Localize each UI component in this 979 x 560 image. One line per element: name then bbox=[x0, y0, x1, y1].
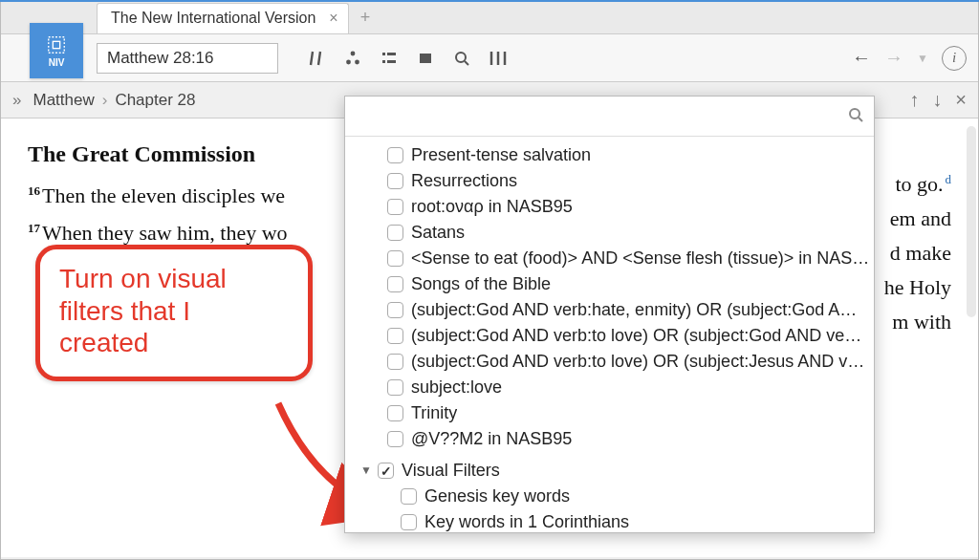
panel-list[interactable]: Present-tense salvationResurrectionsroot… bbox=[345, 137, 874, 532]
checkbox[interactable] bbox=[387, 276, 403, 292]
filter-item[interactable]: Trinity bbox=[355, 400, 870, 426]
toolbar-right: ← → ▼ i bbox=[852, 46, 967, 71]
filter-item[interactable]: Songs of the Bible bbox=[355, 271, 870, 297]
callout-line: created bbox=[59, 327, 289, 359]
text-fragment: he Holy bbox=[884, 275, 951, 300]
filter-item[interactable]: Satans bbox=[355, 220, 870, 246]
svg-rect-9 bbox=[420, 54, 431, 63]
filter-item[interactable]: subject:love bbox=[355, 375, 870, 400]
close-icon[interactable]: × bbox=[329, 10, 337, 27]
book-badge[interactable]: NIV bbox=[30, 23, 83, 78]
filter-label: Songs of the Bible bbox=[411, 274, 551, 294]
filter-item[interactable]: Present-tense salvation bbox=[355, 142, 870, 168]
search-icon[interactable] bbox=[847, 106, 864, 127]
columns-icon[interactable] bbox=[489, 49, 508, 68]
badge-abbr: NIV bbox=[49, 57, 65, 68]
svg-line-11 bbox=[465, 61, 468, 65]
filter-label: Key words in 1 Corinthians bbox=[424, 512, 629, 532]
scrollbar[interactable] bbox=[967, 126, 976, 317]
checkbox[interactable] bbox=[387, 431, 403, 447]
checkbox[interactable] bbox=[387, 405, 403, 421]
app-window: { "badge": { "abbr": "NIV" }, "tab": { "… bbox=[0, 2, 979, 560]
toolbar: ← → ▼ i bbox=[1, 34, 978, 82]
checkbox[interactable] bbox=[401, 488, 417, 505]
checkbox[interactable] bbox=[387, 199, 403, 215]
footnote-link[interactable]: d bbox=[946, 172, 952, 186]
checkbox[interactable] bbox=[387, 173, 403, 189]
chevron-right-icon: › bbox=[102, 91, 108, 110]
filter-item[interactable]: Key words in 1 Corinthians bbox=[355, 509, 870, 532]
text-fragment: d make bbox=[890, 241, 951, 266]
filter-label: (subject:God AND verb:to love) OR (subje… bbox=[411, 352, 864, 372]
reference-input[interactable] bbox=[97, 43, 278, 74]
filter-item[interactable]: Resurrections bbox=[355, 168, 870, 194]
checkbox[interactable] bbox=[387, 250, 403, 267]
annotation-callout: Turn on visual filters that I created bbox=[35, 245, 313, 381]
checkbox[interactable] bbox=[401, 514, 417, 530]
up-arrow-icon[interactable]: ↑ bbox=[909, 89, 919, 111]
filter-group-visual-filters[interactable]: ▼Visual Filters bbox=[355, 458, 870, 484]
filter-label: Genesis key words bbox=[424, 486, 570, 506]
tab-niv[interactable]: The New International Version × bbox=[97, 3, 349, 33]
filter-item[interactable]: (subject:God AND verb:to love) OR (subje… bbox=[355, 323, 870, 349]
breadcrumb-chapter[interactable]: Chapter 28 bbox=[115, 91, 195, 110]
verse-number: 16 bbox=[28, 183, 40, 198]
svg-point-10 bbox=[456, 53, 466, 62]
filter-label: subject:love bbox=[411, 377, 502, 398]
checkbox[interactable] bbox=[387, 302, 403, 318]
filter-label: Present-tense salvation bbox=[411, 145, 591, 165]
down-arrow-icon[interactable]: ↓ bbox=[932, 89, 942, 111]
add-tab-button[interactable]: + bbox=[360, 8, 371, 28]
list-icon[interactable] bbox=[380, 49, 399, 68]
svg-point-4 bbox=[355, 59, 359, 64]
filter-label: @V??M2 in NASB95 bbox=[411, 429, 572, 449]
filter-item[interactable]: (subject:God AND verb:hate, enmity) OR (… bbox=[355, 297, 870, 323]
filter-label: root:οναρ in NASB95 bbox=[411, 197, 573, 217]
dots-icon[interactable] bbox=[343, 49, 362, 68]
filter-group-label: Visual Filters bbox=[402, 461, 500, 481]
book-icon bbox=[46, 34, 67, 55]
checkbox[interactable] bbox=[387, 354, 403, 370]
parallel-icon[interactable] bbox=[307, 49, 326, 68]
close-icon[interactable]: × bbox=[955, 89, 967, 111]
checkbox[interactable] bbox=[387, 147, 403, 163]
history-chevron-icon[interactable]: ▼ bbox=[917, 52, 928, 65]
reading-icon[interactable] bbox=[416, 49, 435, 68]
panel-search-input[interactable] bbox=[355, 97, 847, 136]
filter-label: Satans bbox=[411, 223, 465, 243]
forward-arrow-icon[interactable]: → bbox=[884, 47, 903, 69]
panel-search-row bbox=[345, 97, 874, 137]
svg-rect-1 bbox=[53, 41, 59, 48]
filter-label: (subject:God AND verb:hate, enmity) OR (… bbox=[411, 300, 857, 320]
checkbox[interactable] bbox=[387, 225, 403, 241]
text-fragment: to go.d bbox=[895, 172, 951, 197]
checkbox[interactable] bbox=[378, 463, 394, 479]
callout-line: filters that I bbox=[59, 295, 289, 328]
filter-label: Trinity bbox=[411, 403, 457, 423]
search-icon[interactable] bbox=[452, 49, 471, 68]
filter-item[interactable]: Genesis key words bbox=[355, 484, 870, 509]
breadcrumb-actions: ↑ ↓ × bbox=[909, 89, 967, 111]
svg-rect-7 bbox=[382, 60, 385, 63]
filter-item[interactable]: @V??M2 in NASB95 bbox=[355, 426, 870, 452]
filter-label: Resurrections bbox=[411, 171, 517, 191]
text-fragment: em and bbox=[890, 206, 951, 231]
verse-number: 17 bbox=[28, 221, 40, 235]
filter-item[interactable]: (subject:God AND verb:to love) OR (subje… bbox=[355, 349, 870, 375]
text-fragment: m with bbox=[892, 310, 951, 334]
info-icon[interactable]: i bbox=[942, 46, 967, 71]
visual-filters-panel: Present-tense salvationResurrectionsroot… bbox=[344, 96, 875, 533]
checkbox[interactable] bbox=[387, 379, 403, 396]
breadcrumb-book[interactable]: Matthew bbox=[33, 91, 94, 110]
tab-title: The New International Version bbox=[111, 10, 315, 27]
back-arrow-icon[interactable]: ← bbox=[852, 47, 871, 69]
breadcrumb-expand-icon[interactable]: » bbox=[12, 91, 21, 110]
svg-point-2 bbox=[351, 51, 356, 55]
filter-item[interactable]: root:οναρ in NASB95 bbox=[355, 194, 870, 220]
filter-item[interactable]: <Sense to eat (food)> AND <Sense flesh (… bbox=[355, 246, 870, 271]
checkbox[interactable] bbox=[387, 328, 403, 344]
disclosure-triangle-icon[interactable]: ▼ bbox=[360, 463, 374, 477]
svg-rect-6 bbox=[387, 53, 396, 55]
svg-point-3 bbox=[346, 59, 351, 64]
svg-rect-0 bbox=[49, 36, 65, 53]
